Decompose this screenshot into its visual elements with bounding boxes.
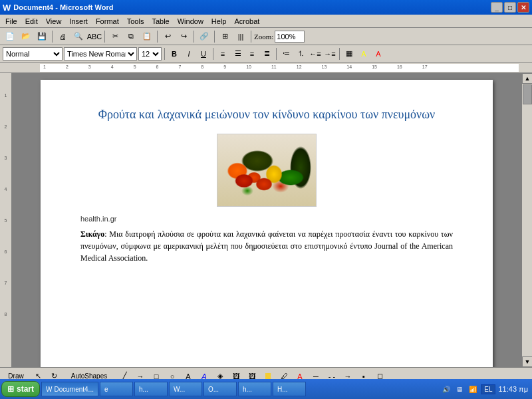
title-bar-left: W Document4 - Microsoft Word bbox=[3, 3, 113, 13]
taskbar-ie-icon: e bbox=[104, 386, 108, 393]
sep4 bbox=[194, 31, 194, 43]
align-center-button[interactable]: ☰ bbox=[231, 47, 244, 61]
margin-num-3: 3 bbox=[5, 156, 7, 160]
underline-button[interactable]: U bbox=[197, 47, 210, 61]
margin-num-2: 2 bbox=[5, 124, 7, 129]
body-content: : Μια διατροφή πλούσια σε φρούτα και λαχ… bbox=[80, 229, 453, 263]
sep6 bbox=[251, 31, 251, 43]
scroll-thumb[interactable] bbox=[523, 84, 532, 104]
scroll-down-button[interactable]: ▼ bbox=[522, 356, 532, 367]
ruler-numbers: 1234567891011121314151617 bbox=[40, 65, 428, 69]
sep1 bbox=[52, 31, 53, 43]
taskbar: ⊞ start W Document4... e h... W... O... … bbox=[0, 379, 532, 399]
open-button[interactable]: 📂 bbox=[19, 30, 33, 43]
fmt-sep1 bbox=[164, 48, 165, 60]
menu-format[interactable]: Format bbox=[92, 16, 123, 27]
align-left-button[interactable]: ≡ bbox=[216, 47, 229, 61]
copy-button[interactable]: ⧉ bbox=[124, 30, 138, 43]
language-indicator[interactable]: EL bbox=[481, 384, 495, 394]
margin-num-5: 5 bbox=[5, 218, 7, 223]
italic-button[interactable]: I bbox=[182, 47, 196, 61]
new-button[interactable]: 📄 bbox=[3, 30, 17, 43]
bold-button[interactable]: B bbox=[168, 47, 181, 61]
tray-icon3: 📶 bbox=[467, 384, 478, 394]
print-button[interactable]: 🖨 bbox=[55, 30, 70, 43]
document-container[interactable]: Φρούτα και λαχανικά μειώνουν τον κίνδυνο… bbox=[12, 73, 521, 367]
increase-indent-button[interactable]: →≡ bbox=[323, 47, 336, 61]
taskbar-word[interactable]: W Document4... bbox=[41, 382, 98, 396]
title-bar: W Document4 - Microsoft Word _ □ ✕ bbox=[0, 0, 532, 15]
fmt-sep4 bbox=[339, 48, 340, 60]
columns-button[interactable]: ||| bbox=[233, 30, 248, 43]
menu-table[interactable]: Table bbox=[148, 16, 173, 27]
menu-help[interactable]: Help bbox=[207, 16, 231, 27]
scroll-track[interactable] bbox=[522, 84, 532, 356]
print-preview-button[interactable]: 🔍 bbox=[71, 30, 86, 43]
numbering-button[interactable]: ⒈ bbox=[294, 47, 307, 61]
minimize-button[interactable]: _ bbox=[491, 2, 503, 13]
menu-acrobat[interactable]: Acrobat bbox=[230, 16, 263, 27]
start-button[interactable]: ⊞ start bbox=[1, 381, 40, 397]
hyperlink-button[interactable]: 🔗 bbox=[197, 30, 211, 43]
fmt-sep3 bbox=[276, 48, 277, 60]
table-button[interactable]: ⊞ bbox=[217, 30, 232, 43]
menu-insert[interactable]: Insert bbox=[65, 16, 92, 27]
main-toolbar: 📄 📂 💾 🖨 🔍 ABC ✂ ⧉ 📋 ↩ ↪ 🔗 ⊞ ||| Zoom: 10… bbox=[0, 28, 532, 45]
maximize-button[interactable]: □ bbox=[504, 2, 516, 13]
decrease-indent-button[interactable]: ←≡ bbox=[309, 47, 322, 61]
menu-view[interactable]: View bbox=[42, 16, 66, 27]
redo-button[interactable]: ↪ bbox=[176, 30, 191, 43]
menu-file[interactable]: File bbox=[1, 16, 21, 27]
tray-icon1: 🔊 bbox=[441, 384, 452, 394]
undo-button[interactable]: ↩ bbox=[160, 30, 175, 43]
zoom-label: Zoom: bbox=[254, 33, 273, 41]
source-text: health.in.gr bbox=[80, 215, 453, 223]
close-button[interactable]: ✕ bbox=[517, 2, 529, 13]
style-select[interactable]: Normal bbox=[3, 47, 63, 61]
taskbar-word-label: Document4... bbox=[54, 386, 93, 393]
highlight-button[interactable]: A bbox=[357, 47, 370, 61]
format-toolbar: Normal Times New Roman 12 B I U ≡ ☰ ≡ ≣ … bbox=[0, 45, 532, 63]
save-button[interactable]: 💾 bbox=[35, 30, 49, 43]
document-page[interactable]: Φρούτα και λαχανικά μειώνουν τον κίνδυνο… bbox=[41, 80, 493, 367]
title-bar-controls: _ □ ✕ bbox=[491, 2, 529, 13]
start-label: start bbox=[17, 384, 34, 394]
document-body: Σικάγο: Μια διατροφή πλούσια σε φρούτα κ… bbox=[80, 228, 453, 264]
margin-num-6: 6 bbox=[5, 249, 7, 254]
taskbar-item4[interactable]: W... bbox=[169, 382, 202, 396]
scroll-up-button[interactable]: ▲ bbox=[522, 73, 532, 84]
menu-edit[interactable]: Edit bbox=[21, 16, 42, 27]
taskbar-item3[interactable]: h... bbox=[134, 382, 168, 396]
spelling-button[interactable]: ABC bbox=[87, 30, 102, 43]
veggie-graphic bbox=[217, 134, 316, 206]
margin-num-7: 7 bbox=[5, 281, 7, 285]
size-select[interactable]: 12 bbox=[138, 47, 162, 61]
menu-bar: File Edit View Insert Format Tools Table… bbox=[0, 15, 532, 28]
cut-button[interactable]: ✂ bbox=[108, 30, 122, 43]
taskbar-item7-label: H... bbox=[277, 386, 288, 393]
taskbar-item3-label: h... bbox=[139, 386, 148, 393]
taskbar-item6[interactable]: h... bbox=[238, 382, 271, 396]
font-select[interactable]: Times New Roman bbox=[64, 47, 137, 61]
taskbar-ie[interactable]: e bbox=[100, 382, 133, 396]
taskbar-item7[interactable]: H... bbox=[273, 382, 306, 396]
system-clock: 11:43 πμ bbox=[498, 385, 528, 393]
tray-icon2: 🖥 bbox=[454, 384, 465, 394]
image-container bbox=[80, 134, 453, 207]
align-right-button[interactable]: ≡ bbox=[245, 47, 259, 61]
zoom-input[interactable]: 100% bbox=[275, 31, 305, 43]
menu-tools[interactable]: Tools bbox=[123, 16, 148, 27]
font-color-button[interactable]: A bbox=[372, 47, 385, 61]
border-button[interactable]: ▦ bbox=[342, 47, 356, 61]
app-icon: W bbox=[3, 3, 11, 13]
fmt-sep2 bbox=[213, 48, 213, 60]
taskbar-item5[interactable]: O... bbox=[203, 382, 237, 396]
paste-button[interactable]: 📋 bbox=[140, 30, 154, 43]
margin-num-4: 4 bbox=[5, 187, 7, 192]
sep5 bbox=[214, 31, 215, 43]
left-margin: 1 2 3 4 5 6 7 8 bbox=[0, 73, 12, 367]
menu-window[interactable]: Window bbox=[174, 16, 207, 27]
align-justify-button[interactable]: ≣ bbox=[260, 47, 273, 61]
vertical-scrollbar[interactable]: ▲ ▼ bbox=[521, 73, 532, 367]
bullets-button[interactable]: ≔ bbox=[279, 47, 293, 61]
